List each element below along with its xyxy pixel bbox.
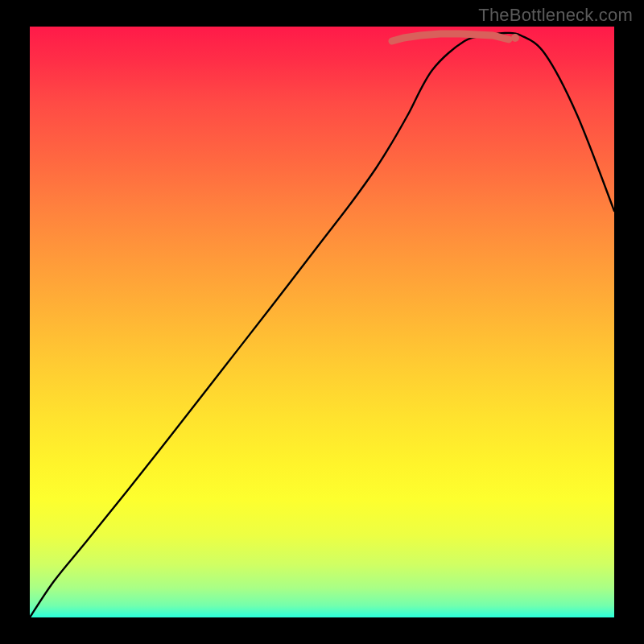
chart-svg: [30, 27, 614, 617]
highlight-segment: [392, 34, 509, 41]
plot-area: [30, 27, 614, 617]
highlight-dot: [511, 34, 519, 42]
curve-path: [30, 33, 614, 617]
watermark-text: TheBottleneck.com: [478, 5, 633, 26]
highlight-markers: [392, 34, 519, 42]
